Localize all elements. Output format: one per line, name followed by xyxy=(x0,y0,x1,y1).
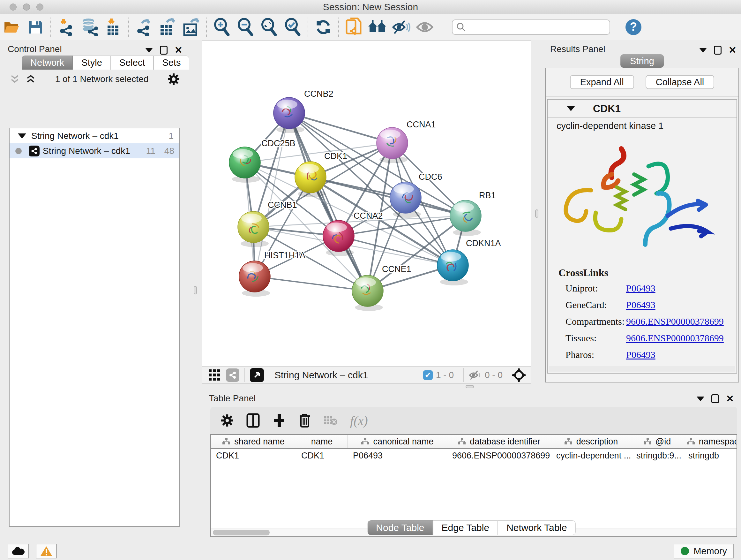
save-session-button[interactable] xyxy=(23,17,47,38)
column-header-description[interactable]: description xyxy=(551,435,631,448)
scrollbar-thumb[interactable] xyxy=(213,530,270,536)
table-row[interactable]: CDK1CDK1P064939606.ENSP00000378699cyclin… xyxy=(211,449,737,463)
import-network-button[interactable] xyxy=(54,17,78,38)
selected-checkbox-icon[interactable]: ✔ xyxy=(423,370,433,380)
table-cell[interactable]: cyclin-dependent ... xyxy=(551,449,631,463)
edge-CCNB2-CCNE1[interactable] xyxy=(289,113,367,291)
expand-all-button[interactable]: Expand All xyxy=(570,75,634,89)
grid-view-icon[interactable] xyxy=(207,368,221,382)
open-session-button[interactable] xyxy=(0,17,23,38)
tab-network[interactable]: Network xyxy=(22,56,73,70)
network-share-badge-icon[interactable] xyxy=(226,368,239,382)
collapse-all-chevrons-icon[interactable] xyxy=(9,74,20,84)
control-panel-float-button[interactable] xyxy=(160,46,167,55)
table-cell[interactable]: 9606.ENSP00000378699 xyxy=(447,449,551,463)
network-graph[interactable]: CCNB2 CCNA1 CDC25B CDK1 xyxy=(202,41,531,366)
column-header-canonical-name[interactable]: canonical name xyxy=(348,435,447,448)
zoom-selected-button[interactable] xyxy=(281,17,305,38)
node-HIST1H1A[interactable]: HIST1H1A xyxy=(239,251,306,297)
gear-icon[interactable] xyxy=(167,73,180,85)
splitter-grip[interactable] xyxy=(535,209,538,218)
node-CCNB1[interactable]: CCNB1 xyxy=(238,200,297,247)
gene-expand-arrow[interactable] xyxy=(567,106,575,111)
refresh-button[interactable] xyxy=(312,17,335,38)
tab-network-table[interactable]: Network Table xyxy=(498,520,576,535)
add-column-icon[interactable] xyxy=(272,413,286,428)
table-panel-menu-arrow[interactable] xyxy=(697,396,704,401)
node-RB1[interactable]: RB1 xyxy=(450,191,496,236)
expand-all-chevrons-icon[interactable] xyxy=(25,74,37,84)
column-header-shared-name[interactable]: shared name xyxy=(211,435,296,448)
copy-network-button[interactable] xyxy=(342,17,366,38)
table-cell[interactable]: CDK1 xyxy=(296,449,348,463)
table-gear-icon[interactable] xyxy=(220,414,234,427)
tab-style[interactable]: Style xyxy=(73,56,111,70)
network-row[interactable]: String Network – cdk1 11 48 xyxy=(10,143,179,159)
tab-sets[interactable]: Sets xyxy=(153,56,189,70)
crosslink-link[interactable]: P06493 xyxy=(626,300,656,310)
vertical-splitter-left[interactable] xyxy=(189,40,202,386)
collapse-all-button[interactable]: Collapse All xyxy=(646,75,715,89)
tab-node-table[interactable]: Node Table xyxy=(367,520,433,535)
import-table-button[interactable] xyxy=(102,17,125,38)
tab-edge-table[interactable]: Edge Table xyxy=(433,520,498,535)
window-zoom-dot[interactable] xyxy=(37,3,44,10)
edge-HIST1H1A-CCNE1[interactable] xyxy=(255,276,367,291)
column-header-name[interactable]: name xyxy=(296,435,348,448)
splitter-grip[interactable] xyxy=(194,286,197,294)
export-table-button[interactable] xyxy=(156,17,179,38)
results-panel-menu-arrow[interactable] xyxy=(699,48,707,53)
crosslink-link[interactable]: P06493 xyxy=(626,283,656,294)
cloud-status-button[interactable] xyxy=(8,544,29,558)
column-header--id[interactable]: @id xyxy=(631,435,683,448)
tab-select[interactable]: Select xyxy=(111,56,154,70)
results-scrollbar[interactable] xyxy=(549,366,735,372)
export-image-button[interactable] xyxy=(179,17,203,38)
crosslink-link[interactable]: 9606.ENSP00000378699 xyxy=(626,316,724,327)
birds-eye-view-icon[interactable] xyxy=(250,368,264,382)
table-cell[interactable]: P06493 xyxy=(348,449,447,463)
delete-column-icon[interactable] xyxy=(298,413,311,428)
warnings-button[interactable] xyxy=(36,544,57,558)
node-CCNE1[interactable]: CCNE1 xyxy=(352,264,411,311)
delete-table-icon[interactable] xyxy=(323,415,338,426)
select-columns-icon[interactable] xyxy=(246,413,260,428)
export-network-button[interactable] xyxy=(132,17,156,38)
tab-string[interactable]: String xyxy=(620,54,664,68)
table-cell[interactable]: stringdb xyxy=(683,449,737,463)
memory-button[interactable]: Memory xyxy=(674,544,734,558)
hidden-eye-slash-icon[interactable] xyxy=(469,370,482,381)
column-header-database-identifier[interactable]: database identifier xyxy=(447,435,551,448)
help-button[interactable]: ? xyxy=(622,17,645,38)
node-CDC6[interactable]: CDC6 xyxy=(390,172,442,218)
node-CDKN1A[interactable]: CDKN1A xyxy=(437,239,501,286)
results-panel-close-button[interactable]: ✕ xyxy=(729,45,737,55)
window-minimize-dot[interactable] xyxy=(23,3,30,10)
table-cell[interactable]: CDK1 xyxy=(211,449,296,463)
table-panel-close-button[interactable]: ✕ xyxy=(726,394,734,403)
network-canvas[interactable]: CCNB2 CCNA1 CDC25B CDK1 xyxy=(202,40,531,366)
crosshair-icon[interactable] xyxy=(512,368,526,382)
window-close-dot[interactable] xyxy=(10,3,17,10)
zoom-in-button[interactable] xyxy=(210,17,233,38)
results-panel-float-button[interactable] xyxy=(714,46,722,55)
function-builder-icon[interactable]: f(x) xyxy=(350,413,368,428)
network-collection-row[interactable]: String Network – cdk1 1 xyxy=(10,128,179,143)
table-cell[interactable]: stringdb:9... xyxy=(631,449,683,463)
gene-section-header[interactable]: CDK1 xyxy=(548,100,737,118)
collection-expand-arrow[interactable] xyxy=(18,133,26,138)
control-panel-close-button[interactable]: ✕ xyxy=(175,45,183,55)
zoom-out-button[interactable] xyxy=(233,17,257,38)
search-input[interactable] xyxy=(466,22,600,32)
table-panel-float-button[interactable] xyxy=(711,394,719,403)
zoom-fit-button[interactable] xyxy=(257,17,281,38)
hide-results-button[interactable] xyxy=(389,17,413,38)
column-header-namespace[interactable]: namespace xyxy=(683,435,737,448)
control-panel-menu-arrow[interactable] xyxy=(145,48,153,53)
vertical-splitter-right[interactable] xyxy=(531,40,543,386)
crosslink-link[interactable]: P06493 xyxy=(626,349,656,360)
show-results-button[interactable] xyxy=(413,17,436,38)
string-home-button[interactable] xyxy=(366,17,389,38)
crosslink-link[interactable]: 9606.ENSP00000378699 xyxy=(626,333,724,344)
import-network-from-database-button[interactable] xyxy=(78,17,102,38)
